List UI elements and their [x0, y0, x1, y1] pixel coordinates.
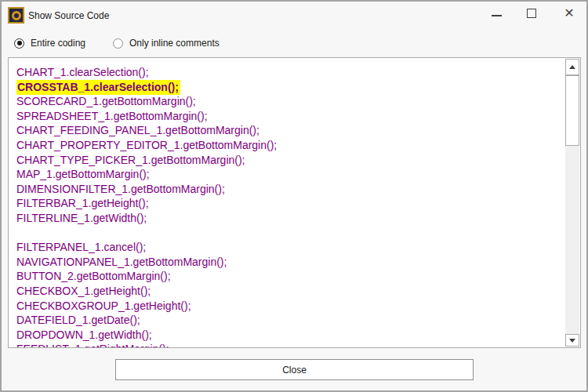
titlebar[interactable]: Show Source Code ✕	[2, 2, 586, 31]
code-line: CHECKBOX_1.getHeight();	[16, 284, 561, 299]
close-icon: ✕	[564, 7, 574, 20]
minimize-button[interactable]	[483, 2, 510, 25]
arrow-down-icon	[569, 339, 575, 343]
radio-only-inline-comments-label: Only inline comments	[129, 38, 220, 49]
code-line: CHART_PROPERTY_EDITOR_1.getBottomMargin(…	[16, 138, 561, 153]
code-line: FILTERLINE_1.getWidth();	[16, 211, 561, 226]
maximize-icon	[527, 9, 536, 18]
scroll-down-button[interactable]	[565, 334, 579, 347]
code-lines: CHART_1.clearSelection();CROSSTAB_1.clea…	[16, 65, 561, 348]
code-line: CHART_TYPE_PICKER_1.getBottomMargin();	[16, 153, 561, 168]
source-code-panel[interactable]: CHART_1.clearSelection();CROSSTAB_1.clea…	[8, 57, 581, 348]
code-line: DROPDOWN_1.getWidth();	[16, 328, 561, 343]
scrollbar-thumb[interactable]	[565, 75, 579, 146]
close-window-button[interactable]: ✕	[556, 2, 583, 25]
radio-unselected-icon	[113, 38, 123, 49]
code-line: DIMENSIONFILTER_1.getBottomMargin();	[16, 182, 561, 197]
minimize-icon	[492, 15, 502, 16]
gold-ring-icon	[12, 11, 21, 20]
radio-only-inline-comments[interactable]: Only inline comments	[113, 38, 220, 49]
show-source-code-dialog: Show Source Code ✕ Entire coding Only in…	[0, 0, 588, 392]
radio-entire-coding[interactable]: Entire coding	[14, 38, 85, 49]
arrow-up-icon	[569, 65, 575, 69]
code-line: BUTTON_2.getBottomMargin();	[16, 269, 561, 284]
code-line-highlighted: CROSSTAB_1.clearSelection();	[16, 80, 561, 95]
code-line: NAVIGATIONPANEL_1.getBottomMargin();	[16, 255, 561, 270]
code-line: CHECKBOXGROUP_1.getHeight();	[16, 299, 561, 314]
app-logo-icon	[8, 7, 24, 24]
radio-selected-icon	[14, 38, 24, 49]
code-line: SCORECARD_1.getBottomMargin();	[16, 94, 561, 109]
maximize-button[interactable]	[518, 2, 545, 25]
vertical-scrollbar[interactable]	[565, 59, 579, 347]
code-line	[16, 226, 561, 241]
code-line: FILTERPANEL_1.cancel();	[16, 240, 561, 255]
code-line: FILTERBAR_1.getHeight();	[16, 196, 561, 211]
code-line: FEEDLIST_1.getRightMargin();	[16, 342, 561, 348]
scroll-up-button[interactable]	[565, 59, 579, 75]
code-line: MAP_1.getBottomMargin();	[16, 167, 561, 182]
code-line: DATEFIELD_1.getDate();	[16, 313, 561, 328]
code-line: CHART_1.clearSelection();	[16, 65, 561, 80]
code-line: CHART_FEEDING_PANEL_1.getBottomMargin();	[16, 123, 561, 138]
window-title: Show Source Code	[28, 10, 109, 21]
close-button[interactable]: Close	[115, 359, 474, 380]
code-line: SPREADSHEET_1.getBottomMargin();	[16, 109, 561, 124]
radio-entire-coding-label: Entire coding	[31, 38, 85, 49]
